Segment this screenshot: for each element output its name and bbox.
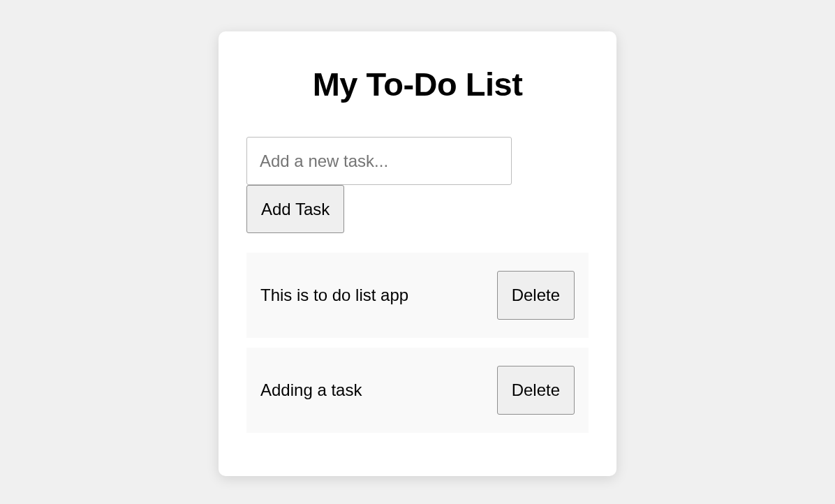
input-group: Add Task [246,137,589,233]
delete-button[interactable]: Delete [497,366,575,415]
task-text: Adding a task [260,380,362,400]
delete-button[interactable]: Delete [497,271,575,320]
task-text: This is to do list app [260,286,408,305]
list-item: This is to do list app Delete [246,253,589,338]
task-input[interactable] [246,137,512,185]
add-task-button[interactable]: Add Task [246,185,344,233]
todo-card: My To-Do List Add Task This is to do lis… [219,31,616,476]
page-title: My To-Do List [246,65,589,103]
task-list: This is to do list app Delete Adding a t… [246,253,589,433]
list-item: Adding a task Delete [246,348,589,433]
